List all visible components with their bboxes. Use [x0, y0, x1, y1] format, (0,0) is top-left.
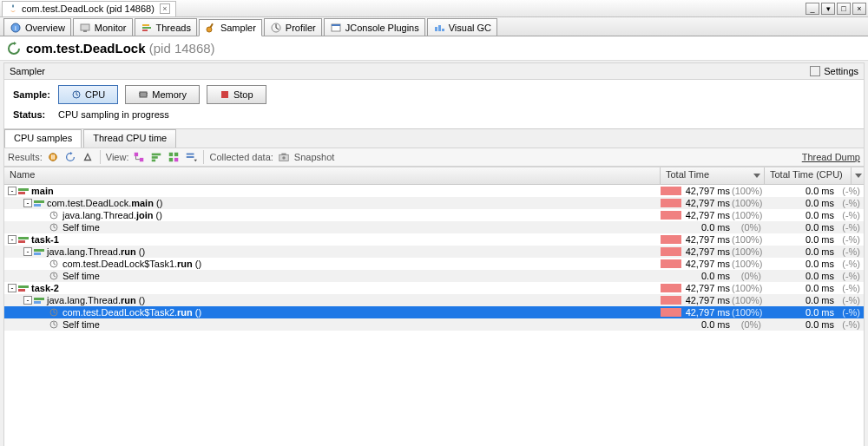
snapshot-icon[interactable] [277, 150, 291, 164]
collapse-icon[interactable]: - [23, 199, 32, 207]
tab-sampler[interactable]: Sampler [199, 19, 262, 36]
svg-rect-54 [34, 301, 41, 304]
total-time-cell: 42,797 ms(100%) [661, 307, 765, 318]
svg-rect-30 [169, 153, 173, 156]
jconsole-icon [330, 22, 342, 34]
view-tree-icon[interactable] [132, 150, 146, 164]
thread-icon [18, 187, 29, 195]
tab-close-icon[interactable]: × [160, 3, 170, 14]
collapse-icon[interactable]: - [23, 247, 32, 256]
samples-table: Name Total Time Total Time (CPU) -main42… [3, 167, 865, 446]
window-close-button[interactable]: × [852, 3, 866, 15]
tab-jconsole[interactable]: JConsole Plugins [324, 18, 425, 36]
table-row[interactable]: -com.test.DeadLock.main ()42,797 ms(100%… [4, 197, 864, 209]
window-max-button[interactable]: □ [837, 3, 851, 15]
tab-label: Threads [156, 23, 191, 33]
subtab-thread-cpu[interactable]: Thread CPU time [83, 129, 176, 148]
view-hotspots-icon[interactable] [149, 150, 163, 164]
cpu-button-label: CPU [85, 89, 105, 100]
svg-rect-51 [18, 285, 29, 288]
row-label: java.lang.Thread.run () [47, 246, 145, 257]
total-time-cpu-cell: 0.0 ms(-%) [765, 198, 864, 208]
table-row[interactable]: Self time0.0 ms(0%)0.0 ms(-%) [4, 318, 864, 331]
svg-rect-40 [18, 192, 25, 194]
svg-rect-2 [81, 24, 89, 30]
refresh-icon[interactable] [7, 42, 21, 56]
view-dropdown-icon[interactable] [184, 150, 198, 164]
table-row[interactable]: java.lang.Thread.join ()42,797 ms(100%)0… [4, 209, 864, 221]
tab-overview[interactable]: i Overview [3, 18, 71, 36]
table-row[interactable]: -java.lang.Thread.run ()42,797 ms(100%)0… [4, 246, 864, 258]
row-label: java.lang.Thread.run () [47, 295, 145, 305]
sampler-label: Sampler [10, 66, 45, 76]
svg-point-37 [282, 156, 286, 160]
table-row[interactable]: -task-142,797 ms(100%)0.0 ms(-%) [4, 233, 864, 246]
snapshot-label[interactable]: Snapshot [294, 152, 334, 162]
view-combined-icon[interactable] [167, 150, 181, 164]
row-label: Self time [62, 222, 100, 233]
svg-rect-16 [140, 92, 147, 97]
thread-dump-button[interactable]: Thread Dump [802, 152, 860, 162]
total-time-cell: 0.0 ms(0%) [661, 222, 765, 233]
clock-icon [49, 272, 60, 280]
update-icon[interactable] [63, 150, 77, 164]
table-row[interactable]: -task-242,797 ms(100%)0.0 ms(-%) [4, 282, 864, 294]
name-cell: Self time [4, 222, 661, 233]
tab-label: Overview [25, 23, 65, 33]
tab-profiler[interactable]: Profiler [264, 18, 322, 36]
col-total-time-cpu[interactable]: Total Time (CPU) [765, 167, 852, 184]
total-time-cell: 42,797 ms(100%) [661, 234, 765, 245]
tab-label: Monitor [95, 23, 127, 33]
table-row[interactable]: com.test.DeadLock$Task1.run ()42,797 ms(… [4, 258, 864, 270]
name-cell: -main [4, 186, 661, 196]
row-label: main [31, 186, 54, 196]
collapse-icon[interactable]: - [8, 284, 16, 292]
tab-visualgc[interactable]: Visual GC [427, 18, 497, 36]
col-total-time[interactable]: Total Time [661, 167, 765, 184]
svg-rect-23 [51, 154, 52, 159]
profiler-icon [270, 22, 282, 34]
memory-icon [138, 89, 148, 100]
window-min-button[interactable]: _ [806, 3, 819, 15]
collected-label: Collected data: [209, 152, 273, 162]
collapse-icon[interactable]: - [8, 187, 16, 195]
svg-rect-38 [281, 154, 286, 155]
pause-icon[interactable] [46, 150, 60, 164]
chevron-down-icon [855, 174, 862, 178]
table-row[interactable]: -main42,797 ms(100%)0.0 ms(-%) [4, 185, 864, 197]
total-time-cpu-cell: 0.0 ms(-%) [765, 234, 864, 245]
table-row[interactable]: Self time0.0 ms(0%)0.0 ms(-%) [4, 270, 864, 282]
total-time-cell: 42,797 ms(100%) [661, 186, 765, 196]
svg-rect-8 [210, 23, 214, 28]
memory-button[interactable]: Memory [125, 85, 200, 104]
subtab-cpu-samples[interactable]: CPU samples [4, 129, 82, 148]
settings-checkbox[interactable] [810, 66, 820, 76]
table-row[interactable]: -java.lang.Thread.run ()42,797 ms(100%)0… [4, 294, 864, 306]
window-tab[interactable]: com.test.DeadLock (pid 14868) × [2, 1, 176, 16]
table-row[interactable]: Self time0.0 ms(0%)0.0 ms(-%) [4, 221, 864, 233]
col-menu[interactable] [852, 167, 864, 184]
java-icon [8, 3, 18, 14]
results-toolbar: Results: View: Collected data: Snapshot … [3, 148, 865, 167]
time-bar [661, 211, 681, 220]
row-label: com.test.DeadLock.main () [47, 198, 162, 208]
col-name[interactable]: Name [4, 167, 661, 184]
tab-label: JConsole Plugins [345, 23, 419, 33]
collapse-icon[interactable]: - [8, 235, 16, 244]
tab-monitor[interactable]: Monitor [73, 18, 133, 36]
svg-rect-34 [187, 154, 194, 155]
total-time-cpu-cell: 0.0 ms(-%) [765, 186, 864, 196]
tab-threads[interactable]: Threads [135, 18, 197, 36]
tab-label: Visual GC [449, 23, 491, 33]
clock-icon [49, 320, 60, 329]
row-label: task-2 [31, 283, 59, 293]
time-bar [661, 187, 681, 195]
table-row[interactable]: com.test.DeadLock$Task2.run ()42,797 ms(… [4, 306, 864, 318]
collapse-icon[interactable]: - [23, 296, 32, 305]
stop-button[interactable]: Stop [207, 85, 266, 104]
results-label: Results: [8, 152, 43, 162]
cpu-button[interactable]: CPU [58, 85, 118, 104]
window-restore-button[interactable]: ▾ [821, 3, 835, 15]
delta-icon[interactable] [81, 150, 95, 164]
svg-rect-27 [152, 154, 161, 156]
